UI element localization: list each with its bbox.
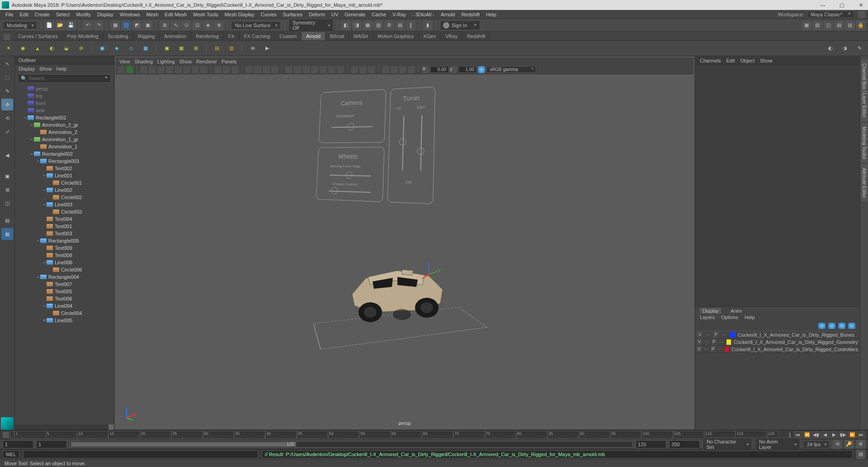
- menu-generate[interactable]: Generate: [342, 11, 368, 18]
- menu-edit[interactable]: Edit: [17, 11, 31, 18]
- menu-curves[interactable]: Curves: [258, 11, 279, 18]
- menu-mesh-display[interactable]: Mesh Display: [222, 11, 257, 18]
- vp-clip3-icon[interactable]: [408, 66, 415, 73]
- shelf-tab-bifrost[interactable]: Bifrost: [326, 32, 349, 40]
- layout-four[interactable]: ⊞: [1, 184, 13, 195]
- vp-aa-icon[interactable]: [337, 66, 344, 73]
- outliner-node[interactable]: −Ammnition_2_gr: [15, 121, 114, 129]
- ipr-button[interactable]: ▥: [374, 21, 383, 30]
- outliner-node[interactable]: Circle003: [15, 208, 114, 215]
- render-icon[interactable]: ▣: [161, 43, 173, 54]
- go-end-button[interactable]: ⏭: [857, 431, 865, 438]
- render-view-button[interactable]: ▤: [396, 21, 405, 30]
- vp-exposure-icon[interactable]: ☀: [422, 66, 429, 73]
- outliner-node[interactable]: side: [15, 107, 114, 114]
- signin-dropdown[interactable]: Sign In: [440, 20, 480, 30]
- shelf-tab-sculpting[interactable]: Sculpting: [104, 32, 133, 40]
- maximize-button[interactable]: ▢: [836, 1, 847, 9]
- outliner-node[interactable]: −Rectangle005: [15, 237, 114, 244]
- vp-btn-10[interactable]: [200, 66, 208, 73]
- render-button[interactable]: ▦: [363, 21, 372, 30]
- vp-btn-2[interactable]: [126, 66, 133, 73]
- menu-mesh[interactable]: Mesh: [143, 11, 161, 18]
- command-input[interactable]: [23, 450, 258, 458]
- outliner-node[interactable]: −Line004: [15, 302, 114, 310]
- vp-menu-lighting[interactable]: Lighting: [157, 59, 175, 64]
- outliner-tree[interactable]: persptopfrontside−Rectangle001−Ammnition…: [15, 84, 114, 424]
- display-layer-row[interactable]: V P Cockerill_I_X_Armored_Car_is_Dirty_R…: [695, 331, 860, 338]
- exposure-input[interactable]: 0.00: [430, 66, 448, 73]
- cns-button[interactable]: ◧: [341, 21, 350, 30]
- hud-toggle-4[interactable]: ▤: [835, 21, 844, 30]
- display-layer-row[interactable]: V P Cockerill_I_X_Armored_Car_is_Dirty_R…: [695, 346, 860, 353]
- skydome-icon[interactable]: ⊖: [75, 43, 87, 54]
- vp-btn-4[interactable]: [149, 66, 156, 73]
- layer-icon-1[interactable]: [818, 323, 826, 329]
- vp-safe-icon[interactable]: [254, 66, 261, 73]
- outliner-hscroll[interactable]: [108, 424, 114, 430]
- step-fwd-button[interactable]: ▮▶: [839, 431, 847, 438]
- vp-fog-icon[interactable]: [368, 66, 375, 73]
- util-icon-1[interactable]: ▤: [211, 43, 223, 54]
- outliner-search[interactable]: 🔍 Search...: [18, 74, 111, 83]
- layer-tab-display[interactable]: Display: [700, 308, 722, 314]
- menu-mesh-tools[interactable]: Mesh Tools: [190, 11, 221, 18]
- area-light-icon[interactable]: ◉: [17, 43, 29, 54]
- minimize-button[interactable]: —: [817, 1, 828, 9]
- channel-tab-object[interactable]: Object: [740, 58, 755, 63]
- close-button[interactable]: ✕: [855, 1, 866, 9]
- right-icon-2[interactable]: ◑: [839, 43, 851, 54]
- volume-icon[interactable]: ▣: [96, 43, 108, 54]
- outliner-node[interactable]: −Ammnition_1_gr: [15, 136, 114, 143]
- create-light-icon[interactable]: ☀: [3, 43, 14, 54]
- view-icon-2[interactable]: ▶: [261, 43, 273, 54]
- vp-tex-icon[interactable]: [302, 66, 310, 73]
- menu-surfaces[interactable]: Surfaces: [280, 11, 305, 18]
- layout-outliner[interactable]: ▦: [1, 228, 13, 240]
- outliner-menu-help[interactable]: Help: [57, 66, 67, 71]
- side-tab-modeling-toolkit[interactable]: Modeling Toolkit: [861, 123, 868, 163]
- menu-help[interactable]: Help: [483, 11, 499, 18]
- maya-home-icon[interactable]: [1, 417, 14, 430]
- shelf-tab-rigging[interactable]: Rigging: [133, 32, 160, 40]
- vp-shade-icon[interactable]: [271, 66, 278, 73]
- vp-iso-icon[interactable]: [285, 66, 292, 73]
- menu-cache[interactable]: Cache: [369, 11, 389, 18]
- step-fwd-key-button[interactable]: ⏩: [848, 431, 856, 438]
- script-lang-button[interactable]: MEL: [3, 450, 19, 458]
- vp-expose-icon[interactable]: [382, 66, 389, 73]
- vp-cm-icon[interactable]: [478, 66, 485, 73]
- layout-custom[interactable]: ▤: [1, 214, 13, 226]
- outliner-node[interactable]: −Line003: [15, 201, 114, 208]
- outliner-node[interactable]: Circle006: [15, 266, 114, 273]
- outliner-node[interactable]: persp: [15, 85, 114, 92]
- shelf-tab-redshift[interactable]: Redshift: [462, 32, 490, 40]
- vp-btn-3[interactable]: [140, 66, 147, 73]
- right-icon-1[interactable]: ◐: [825, 43, 836, 54]
- snap-live-button[interactable]: ◈: [203, 21, 212, 30]
- shelf-tab-curves-surfaces[interactable]: Curves / Surfaces: [14, 32, 62, 40]
- outliner-node[interactable]: Text001: [15, 223, 114, 230]
- vp-menu-show[interactable]: Show: [179, 59, 192, 64]
- vp-dof-icon[interactable]: [359, 66, 367, 73]
- hud-toggle-2[interactable]: ▧: [813, 21, 822, 30]
- vp-grid-icon[interactable]: [214, 66, 222, 73]
- menu-v-ray[interactable]: V-Ray: [390, 11, 409, 18]
- layer-tab-anim[interactable]: Anim: [728, 308, 745, 314]
- outliner-node[interactable]: Circle002: [15, 194, 114, 201]
- menu-redshift[interactable]: Redshift: [459, 11, 482, 18]
- curve-icon[interactable]: ◈: [111, 43, 123, 54]
- select-all-button[interactable]: ▣: [143, 21, 152, 30]
- vp-clip2-icon[interactable]: [399, 66, 406, 73]
- lock-button[interactable]: 🔒: [856, 21, 865, 30]
- shelf-tab-mash[interactable]: MASH: [349, 32, 373, 40]
- outliner-node[interactable]: Circle001: [15, 179, 114, 186]
- shelf-tab-rendering[interactable]: Rendering: [191, 32, 224, 40]
- gamma-input[interactable]: 1.00: [458, 66, 476, 73]
- pause-button[interactable]: ‖: [406, 21, 415, 30]
- snap-view-button[interactable]: ⊕: [214, 21, 223, 30]
- outliner-node[interactable]: front: [15, 100, 114, 107]
- menu-arnold[interactable]: Arnold: [438, 11, 458, 18]
- vp-gate-icon[interactable]: [231, 66, 239, 73]
- hist-button[interactable]: ◨: [352, 21, 361, 30]
